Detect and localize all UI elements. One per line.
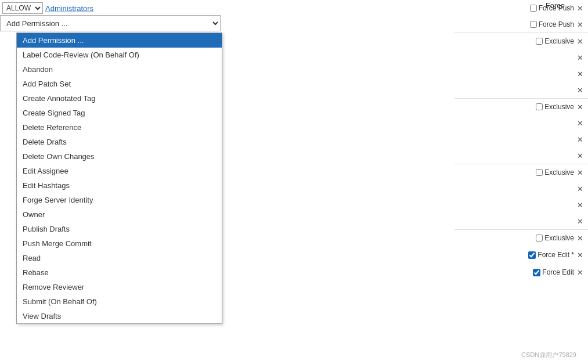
force-push-label-2: Force Push	[530, 20, 574, 28]
plain-x-row-2-2: ✕	[454, 66, 588, 82]
plain-x-row-2-1: ✕	[454, 49, 588, 66]
right-panel: Force Push ✕ Force Push ✕ Exclusive ✕	[454, 0, 588, 281]
force-edit-checkbox[interactable]	[533, 269, 540, 276]
remove-icon-s5-2[interactable]: ✕	[577, 251, 583, 260]
dropdown-item-create-annotated-tag[interactable]: Create Annotated Tag	[17, 91, 222, 106]
force-edit-row: Force Edit ✕	[454, 264, 588, 281]
remove-icon-s4-1[interactable]: ✕	[577, 168, 583, 177]
left-panel: ALLOW DENY BLOCK Administrators ALLOW DE…	[0, 0, 232, 33]
plain-x-row-3-2: ✕	[454, 131, 588, 147]
group-name-1: Administrators	[45, 4, 93, 13]
force-push-label-1: Force Push	[530, 4, 574, 12]
dropdown-item-forge-server-identity[interactable]: Forge Server Identity	[17, 193, 222, 207]
force-push-text-2: Force Push	[539, 20, 574, 28]
exclusive-row-4: Exclusive ✕	[454, 164, 588, 181]
exclusive-checkbox-2[interactable]	[536, 38, 543, 45]
section-4: Exclusive ✕ ✕ ✕ ✕	[454, 164, 588, 229]
remove-icon-s5-3[interactable]: ✕	[577, 268, 583, 277]
main-container: Force ALLOW DENY BLOCK Administrators AL…	[0, 0, 588, 364]
dropdown-item-add-patch-set[interactable]: Add Patch Set	[17, 77, 222, 91]
allow-select-1[interactable]: ALLOW DENY BLOCK	[2, 2, 43, 14]
force-edit-star-label: Force Edit *	[528, 251, 574, 259]
dropdown-item-remove-reviewer[interactable]: Remove Reviewer	[17, 280, 222, 294]
force-edit-star-checkbox[interactable]	[528, 251, 536, 259]
force-edit-star-row: Force Edit * ✕	[454, 246, 588, 264]
section-3: Exclusive ✕ ✕ ✕ ✕	[454, 98, 588, 164]
exclusive-row-2: Exclusive ✕	[454, 33, 588, 49]
exclusive-text-3: Exclusive	[544, 103, 574, 111]
dropdown-item-delete-reference[interactable]: Delete Reference	[17, 120, 222, 135]
bottom-bar: Add Permission ...	[0, 14, 221, 33]
dropdown-item-create-signed-tag[interactable]: Create Signed Tag	[17, 106, 222, 120]
add-permission-select[interactable]: Add Permission ...	[0, 15, 221, 31]
dropdown-item-delete-drafts[interactable]: Delete Drafts	[17, 135, 222, 149]
dropdown-item-push-merge-commit[interactable]: Push Merge Commit	[17, 236, 222, 251]
dropdown-item-rebase[interactable]: Rebase	[17, 265, 222, 280]
dropdown-item-read[interactable]: Read	[17, 251, 222, 265]
exclusive-row-3: Exclusive ✕	[454, 99, 588, 115]
section-5: Exclusive ✕ Force Edit * ✕ Force Edit ✕	[454, 229, 588, 281]
plain-x-row-4-1: ✕	[454, 181, 588, 197]
remove-icon-s2-4[interactable]: ✕	[577, 86, 583, 95]
force-edit-text: Force Edit	[542, 268, 574, 276]
force-edit-star-text: Force Edit *	[538, 251, 574, 259]
exclusive-label-4: Exclusive	[536, 168, 574, 176]
watermark: CSDN@用户79829	[521, 351, 576, 359]
exclusive-checkbox-5[interactable]	[536, 235, 543, 242]
force-push-checkbox-2[interactable]	[530, 21, 537, 28]
dropdown-item-delete-own-changes[interactable]: Delete Own Changes	[17, 149, 222, 164]
exclusive-text-5: Exclusive	[544, 234, 574, 242]
remove-icon-s3-4[interactable]: ✕	[577, 152, 583, 160]
dropdown-item-abandon[interactable]: Abandon	[17, 62, 222, 77]
exclusive-label-3: Exclusive	[536, 103, 574, 111]
plain-x-row-3-3: ✕	[454, 147, 588, 164]
remove-icon-s2-3[interactable]: ✕	[577, 70, 583, 78]
plain-x-row-4-3: ✕	[454, 213, 588, 229]
dropdown-item-edit-hashtags[interactable]: Edit Hashtags	[17, 178, 222, 193]
dropdown-menu: Add Permission ... Label Code-Review (On…	[16, 33, 222, 324]
exclusive-text-4: Exclusive	[544, 168, 574, 176]
section-1: Force Push ✕ Force Push ✕	[454, 0, 588, 33]
remove-icon-s2-1[interactable]: ✕	[577, 37, 583, 46]
exclusive-row-5: Exclusive ✕	[454, 230, 588, 246]
dropdown-item-add-permission[interactable]: Add Permission ...	[17, 33, 222, 48]
force-push-text-1: Force Push	[539, 4, 574, 12]
exclusive-label-2: Exclusive	[536, 37, 574, 45]
plain-x-row-2-3: ✕	[454, 82, 588, 98]
plain-x-row-3-1: ✕	[454, 115, 588, 131]
force-push-row-2: Force Push ✕	[454, 16, 588, 33]
dropdown-item-edit-assignee[interactable]: Edit Assignee	[17, 164, 222, 178]
force-push-checkbox-1[interactable]	[530, 5, 537, 12]
remove-icon-s3-2[interactable]: ✕	[577, 119, 583, 128]
dropdown-item-publish-drafts[interactable]: Publish Drafts	[17, 222, 222, 236]
dropdown-item-owner[interactable]: Owner	[17, 207, 222, 222]
remove-icon-s4-4[interactable]: ✕	[577, 217, 583, 226]
remove-icon-s4-3[interactable]: ✕	[577, 201, 583, 210]
force-push-row-1: Force Push ✕	[454, 0, 588, 16]
dropdown-item-view-drafts[interactable]: View Drafts	[17, 309, 222, 323]
exclusive-checkbox-4[interactable]	[536, 169, 543, 176]
remove-icon-2[interactable]: ✕	[577, 20, 583, 29]
section-2: Exclusive ✕ ✕ ✕ ✕	[454, 33, 588, 98]
remove-icon-s2-2[interactable]: ✕	[577, 53, 583, 62]
exclusive-text-2: Exclusive	[544, 37, 574, 45]
remove-icon-s4-2[interactable]: ✕	[577, 185, 583, 193]
exclusive-label-5: Exclusive	[536, 234, 574, 242]
force-edit-label: Force Edit	[533, 268, 574, 276]
remove-icon-s3-1[interactable]: ✕	[577, 103, 583, 111]
dropdown-item-submit-on-behalf[interactable]: Submit (On Behalf Of)	[17, 294, 222, 309]
remove-icon-s5-1[interactable]: ✕	[577, 234, 583, 243]
plain-x-row-4-2: ✕	[454, 197, 588, 213]
remove-icon-s3-3[interactable]: ✕	[577, 135, 583, 144]
dropdown-item-label-code-review[interactable]: Label Code-Review (On Behalf Of)	[17, 48, 222, 62]
exclusive-checkbox-3[interactable]	[536, 103, 543, 110]
remove-icon-1[interactable]: ✕	[577, 4, 583, 13]
